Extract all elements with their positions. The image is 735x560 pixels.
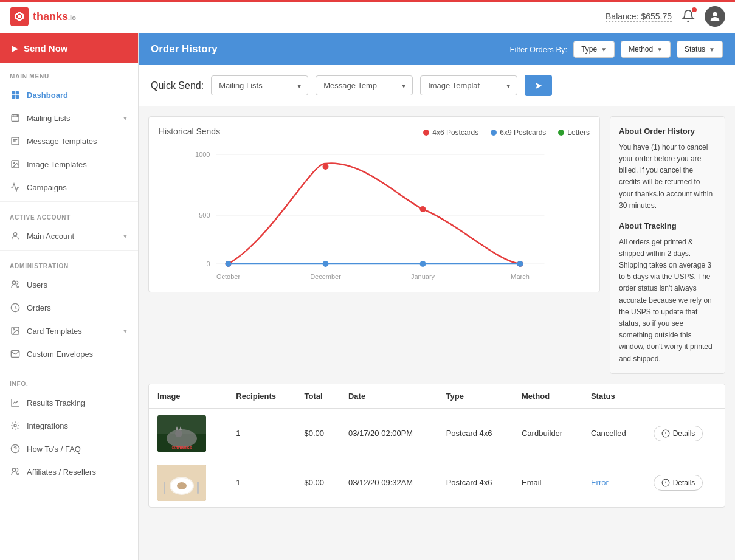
- order-image-cell: [149, 458, 227, 507]
- chevron-down-icon: ▼: [122, 115, 128, 122]
- svg-point-35: [226, 261, 232, 267]
- total-cell: $0.00: [295, 409, 339, 458]
- users-icon: [10, 279, 21, 290]
- notifications-button[interactable]: [682, 9, 695, 24]
- col-image: Image: [149, 384, 227, 409]
- filter-type-button[interactable]: Type ▼: [573, 41, 615, 58]
- mailing-lists-icon: [10, 112, 21, 123]
- details-cell: Details: [645, 409, 725, 458]
- details-button[interactable]: Details: [654, 475, 703, 491]
- chart-panel: Historical Sends 4x6 Postcards 6x9 Postc…: [148, 116, 600, 292]
- sidebar: ▶ Send Now MAIN MENU Dashboard Mailing L…: [0, 33, 139, 560]
- custom-envelopes-icon: [10, 348, 21, 359]
- user-avatar[interactable]: [705, 6, 725, 27]
- legend-dot-6x9: [491, 130, 497, 136]
- table-row: @thanks 1$0.0003/17/20 02:00PMPostcard 4…: [149, 409, 725, 458]
- recipients-cell: 1: [227, 409, 295, 458]
- send-now-button[interactable]: ▶ Send Now: [0, 33, 138, 63]
- sidebar-item-dashboard[interactable]: Dashboard: [0, 83, 138, 106]
- status-cell[interactable]: Error: [582, 458, 645, 507]
- order-image: @thanks: [157, 415, 206, 452]
- svg-text:0: 0: [206, 260, 210, 268]
- svg-rect-8: [12, 115, 19, 122]
- svg-point-16: [13, 329, 15, 330]
- logo: thanks.io: [10, 7, 76, 26]
- chevron-down-icon: ▼: [709, 46, 715, 53]
- card-templates-icon: [10, 325, 21, 336]
- order-image-cell: @thanks: [149, 409, 227, 458]
- svg-point-12: [13, 233, 16, 236]
- svg-text:October: October: [216, 273, 240, 280]
- filter-area: Filter Orders By: Type ▼ Method ▼ Status…: [510, 41, 723, 58]
- integrations-icon: [10, 420, 21, 431]
- results-tracking-icon: [10, 397, 21, 408]
- sidebar-item-label: Campaigns: [27, 183, 67, 192]
- sidebar-item-users[interactable]: Users: [0, 273, 138, 296]
- sidebar-item-orders[interactable]: Orders: [0, 296, 138, 319]
- mailing-lists-select[interactable]: Mailing Lists: [211, 75, 308, 95]
- message-template-select[interactable]: Message Temp: [316, 75, 413, 95]
- filter-status-button[interactable]: Status ▼: [677, 41, 723, 58]
- col-status: Status: [582, 384, 645, 409]
- account-icon: [10, 230, 21, 241]
- chart-legend: 4x6 Postcards 6x9 Postcards Letters: [423, 128, 590, 137]
- chevron-down-icon: ▼: [122, 233, 128, 240]
- sidebar-item-image-templates[interactable]: Image Templates: [0, 153, 138, 176]
- sidebar-item-integrations[interactable]: Integrations: [0, 414, 138, 437]
- about-order-history-text: You have (1) hour to cancel your order b…: [619, 142, 716, 212]
- svg-rect-53: [164, 482, 165, 494]
- type-cell: Postcard 4x6: [438, 458, 513, 507]
- col-date: Date: [340, 384, 438, 409]
- svg-point-20: [12, 468, 15, 471]
- svg-point-38: [517, 261, 523, 267]
- details-cell: Details: [645, 458, 725, 507]
- table-row: 1$0.0003/12/20 09:32AMPostcard 4x6EmailE…: [149, 458, 725, 507]
- date-cell: 03/12/20 09:32AM: [340, 458, 438, 507]
- legend-dot-letters: [558, 130, 564, 136]
- order-image: [157, 465, 206, 501]
- sidebar-item-label: Integrations: [27, 421, 68, 430]
- message-template-select-wrapper: Message Temp: [316, 75, 413, 95]
- filter-method-button[interactable]: Method ▼: [621, 41, 671, 58]
- legend-item-6x9: 6x9 Postcards: [491, 128, 546, 137]
- svg-text:@thanks: @thanks: [171, 444, 192, 450]
- chevron-down-icon: ▼: [657, 46, 663, 53]
- content-body: Historical Sends 4x6 Postcards 6x9 Postc…: [139, 106, 735, 384]
- svg-text:January: January: [411, 273, 435, 280]
- sidebar-item-results-tracking[interactable]: Results Tracking: [0, 391, 138, 414]
- col-total: Total: [295, 384, 339, 409]
- sidebar-item-main-account[interactable]: Main Account ▼: [0, 224, 138, 247]
- chevron-down-icon: ▼: [601, 46, 607, 53]
- svg-point-17: [14, 424, 16, 427]
- campaigns-icon: [10, 182, 21, 193]
- svg-point-33: [420, 206, 426, 212]
- filter-label: Filter Orders By:: [510, 45, 568, 54]
- image-template-select-wrapper: Image Templat: [420, 75, 517, 95]
- details-button[interactable]: Details: [654, 426, 703, 441]
- col-method: Method: [513, 384, 582, 409]
- sidebar-item-mailing-lists[interactable]: Mailing Lists ▼: [0, 106, 138, 130]
- message-templates-icon: [10, 136, 21, 147]
- sidebar-item-label: Image Templates: [27, 160, 87, 169]
- svg-point-3: [713, 12, 717, 16]
- sidebar-item-affiliates-resellers[interactable]: Affiliates / Resellers: [0, 460, 138, 483]
- sidebar-item-card-templates[interactable]: Card Templates ▼: [0, 319, 138, 342]
- main-menu-label: MAIN MENU: [0, 63, 138, 83]
- sidebar-item-label: Custom Envelopes: [27, 350, 93, 359]
- sidebar-item-custom-envelopes[interactable]: Custom Envelopes: [0, 342, 138, 365]
- quick-send-button[interactable]: ➤: [525, 75, 552, 96]
- svg-text:500: 500: [199, 212, 210, 219]
- method-cell: Cardbuilder: [513, 409, 582, 458]
- status-cell: Cancelled: [582, 409, 645, 458]
- quick-send-label: Quick Send:: [151, 80, 204, 91]
- svg-rect-4: [12, 91, 15, 94]
- sidebar-item-campaigns[interactable]: Campaigns: [0, 176, 138, 199]
- sidebar-item-label: Card Templates: [27, 327, 82, 336]
- sidebar-item-message-templates[interactable]: Message Templates: [0, 130, 138, 153]
- svg-text:March: March: [511, 273, 530, 280]
- sidebar-item-howtos-faq[interactable]: How To's / FAQ: [0, 437, 138, 460]
- svg-point-43: [175, 430, 182, 437]
- about-order-history-title: About Order History: [619, 125, 716, 138]
- image-template-select[interactable]: Image Templat: [420, 75, 517, 95]
- svg-rect-6: [12, 95, 15, 99]
